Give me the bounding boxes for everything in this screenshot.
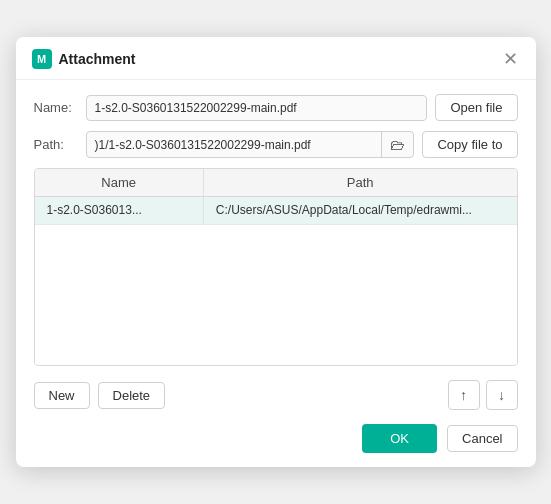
td-path: C:/Users/ASUS/AppData/Local/Temp/edrawmi… <box>204 197 517 224</box>
move-up-button[interactable]: ↑ <box>448 380 480 410</box>
name-input[interactable]: 1-s2.0-S0360131522002299-main.pdf <box>86 95 428 121</box>
delete-button[interactable]: Delete <box>98 382 166 409</box>
dialog-title: Attachment <box>59 51 136 67</box>
title-bar-left: M Attachment <box>32 49 136 69</box>
dialog-body: Name: 1-s2.0-S0360131522002299-main.pdf … <box>16 80 536 467</box>
footer-left: New Delete <box>34 382 166 409</box>
col-header-name: Name <box>35 169 204 196</box>
down-arrow-icon: ↓ <box>498 387 505 403</box>
attachment-dialog: M Attachment ✕ Name: 1-s2.0-S03601315220… <box>16 37 536 467</box>
path-input-wrap: )1/1-s2.0-S0360131522002299-main.pdf 🗁 <box>86 131 415 158</box>
close-button[interactable]: ✕ <box>501 50 520 68</box>
new-button[interactable]: New <box>34 382 90 409</box>
col-header-path: Path <box>204 169 517 196</box>
action-row: OK Cancel <box>34 410 518 453</box>
td-name: 1-s2.0-S036013... <box>35 197 204 224</box>
path-label: Path: <box>34 137 78 152</box>
title-bar: M Attachment ✕ <box>16 37 536 80</box>
path-row: Path: )1/1-s2.0-S0360131522002299-main.p… <box>34 131 518 158</box>
table-empty-area <box>35 225 517 365</box>
cancel-button[interactable]: Cancel <box>447 425 517 452</box>
folder-icon: 🗁 <box>390 136 405 153</box>
move-down-button[interactable]: ↓ <box>486 380 518 410</box>
folder-button[interactable]: 🗁 <box>381 132 413 157</box>
path-text[interactable]: )1/1-s2.0-S0360131522002299-main.pdf <box>87 133 382 157</box>
copy-file-to-button[interactable]: Copy file to <box>422 131 517 158</box>
footer-row: New Delete ↑ ↓ <box>34 380 518 410</box>
table-row[interactable]: 1-s2.0-S036013... C:/Users/ASUS/AppData/… <box>35 197 517 225</box>
name-row: Name: 1-s2.0-S0360131522002299-main.pdf … <box>34 94 518 121</box>
footer-right: ↑ ↓ <box>448 380 518 410</box>
up-arrow-icon: ↑ <box>460 387 467 403</box>
app-icon: M <box>32 49 52 69</box>
open-file-button[interactable]: Open file <box>435 94 517 121</box>
table-header: Name Path <box>35 169 517 197</box>
attachment-table: Name Path 1-s2.0-S036013... C:/Users/ASU… <box>34 168 518 366</box>
ok-button[interactable]: OK <box>362 424 437 453</box>
name-label: Name: <box>34 100 78 115</box>
